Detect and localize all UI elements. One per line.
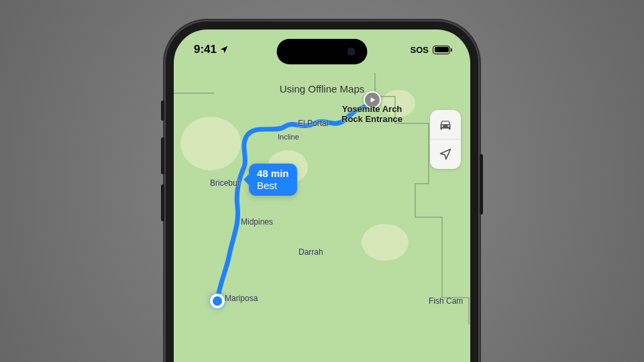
map-controls [430,110,461,169]
offline-maps-banner: Using Offline Maps [280,83,364,95]
battery-icon [433,46,450,54]
map-label-briceburg: Bricebur [210,178,240,188]
route-duration: 48 min [257,168,289,180]
map-label-incline: Incline [278,133,299,141]
location-arrow-icon [439,147,452,161]
transport-mode-button[interactable] [430,110,461,139]
status-time: 9:41 [194,43,217,56]
destination-label: Yosemite Arch Rock Entrance [341,105,402,125]
route-callout[interactable]: 48 min Best [249,164,297,196]
map-label-midpines: Midpines [241,217,273,227]
current-location-dot [210,294,225,308]
dynamic-island [277,39,368,64]
recenter-button[interactable] [430,139,461,169]
map-label-mariposa: Mariposa [225,294,258,303]
sos-indicator: SOS [411,45,429,55]
route-line [174,29,470,362]
map-label-el-portal: El Portal [298,119,328,128]
map-label-darrah: Darrah [299,247,323,257]
car-icon [439,118,452,131]
route-tag: Best [257,180,289,192]
map-canvas[interactable]: 48 min Best Yosemite Arch Rock Entrance … [174,29,470,362]
location-services-icon [219,45,229,54]
map-label-fish-camp: Fish Cam [429,296,463,306]
